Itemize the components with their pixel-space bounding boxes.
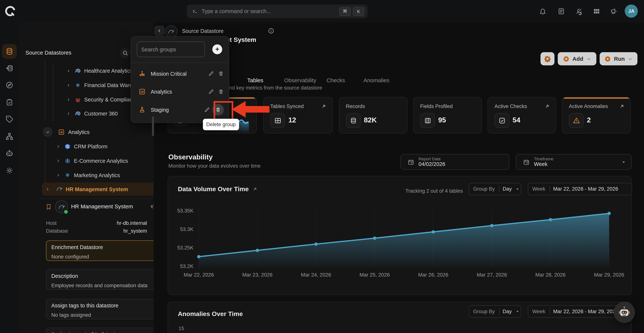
rail-settings-gear-icon[interactable] bbox=[2, 163, 17, 178]
enrichment-value: None configured bbox=[51, 254, 163, 260]
chevron-right-icon[interactable] bbox=[66, 83, 71, 87]
tree-item-label: CRM Platform bbox=[74, 143, 108, 149]
datastore-settings-button[interactable] bbox=[540, 52, 554, 65]
group-by-label: Group By bbox=[469, 308, 499, 314]
tree-scrollbar[interactable] bbox=[152, 116, 154, 136]
open-link-icon[interactable] bbox=[252, 186, 258, 192]
announcements-megaphone-icon[interactable] bbox=[610, 8, 618, 15]
flask-icon bbox=[138, 106, 146, 113]
svg-text:53.25K: 53.25K bbox=[177, 245, 194, 251]
chevron-down-icon[interactable] bbox=[43, 127, 53, 137]
tree-item[interactable]: Healthcare Analytics bbox=[66, 65, 132, 76]
add-button[interactable]: Add bbox=[558, 52, 596, 65]
search-groups-input[interactable] bbox=[137, 42, 205, 57]
tab-observability[interactable]: Observability bbox=[284, 77, 316, 83]
rail-ai-robot-icon[interactable] bbox=[2, 146, 17, 161]
app-logo-icon[interactable] bbox=[4, 5, 16, 17]
delete-trash-icon[interactable] bbox=[218, 89, 224, 95]
records-card[interactable]: Records 82K bbox=[339, 97, 407, 134]
teams-title: Assign teams to this datastore bbox=[51, 331, 163, 333]
chevron-right-icon[interactable] bbox=[66, 68, 71, 73]
active-anomalies-card[interactable]: Active Anomalies 2 bbox=[562, 97, 631, 134]
svg-text:53.2K: 53.2K bbox=[180, 263, 194, 269]
apps-grid-icon[interactable] bbox=[593, 8, 600, 15]
group-by-select[interactable]: Group By Day bbox=[468, 183, 521, 195]
tree-search-icon[interactable] bbox=[120, 48, 130, 58]
tables-synced-card[interactable]: Tables Synced 12 bbox=[263, 97, 333, 134]
rail-tags-icon[interactable] bbox=[2, 112, 17, 127]
theme-toggle-icon[interactable] bbox=[575, 8, 583, 15]
info-icon[interactable] bbox=[268, 28, 274, 34]
svg-text:Mar 23, 2026: Mar 23, 2026 bbox=[242, 272, 272, 278]
add-group-button[interactable]: + bbox=[212, 44, 222, 54]
tree-item[interactable]: CRM Platform bbox=[56, 141, 108, 152]
group-by-value: Day bbox=[500, 308, 515, 314]
chevron-right-icon[interactable] bbox=[66, 111, 71, 116]
group-by-select[interactable]: Group By Day bbox=[468, 305, 521, 318]
rail-checks-clipboard-icon[interactable] bbox=[2, 95, 17, 110]
edit-pencil-icon[interactable] bbox=[204, 107, 210, 113]
notifications-bell-icon[interactable] bbox=[539, 8, 547, 15]
tree-item-hr-management-system-selected[interactable]: HR Management System bbox=[42, 182, 169, 195]
group-name: Analytics bbox=[151, 89, 172, 95]
add-button-label: Add bbox=[572, 56, 583, 62]
tree-item[interactable]: Customer 360 bbox=[66, 108, 118, 119]
chevron-right-icon[interactable] bbox=[56, 144, 61, 149]
enrichment-datastore-card[interactable]: Enrichment Datastore + None configured bbox=[46, 240, 168, 261]
play-circle-icon bbox=[604, 55, 611, 62]
annotation-arrow-tail bbox=[245, 106, 270, 113]
open-link-icon[interactable] bbox=[619, 104, 625, 109]
rail-enrichment-datastores-icon[interactable] bbox=[2, 61, 17, 76]
top-bar: Type a command or search... ⌘ K JA bbox=[0, 0, 644, 23]
edit-pencil-icon[interactable] bbox=[208, 89, 214, 95]
active-checks-card[interactable]: Active Checks 54 bbox=[488, 97, 556, 134]
chevron-right-icon[interactable] bbox=[56, 173, 61, 177]
group-row-mission-critical[interactable]: Mission Critical bbox=[131, 65, 228, 83]
assign-tags-card[interactable]: Assign tags to this datastore + No tags … bbox=[46, 299, 168, 319]
week-range-select[interactable]: Week Mar 22, 2026 - Mar 29, 2026 bbox=[528, 183, 632, 195]
svg-text:Mar 25, 2026: Mar 25, 2026 bbox=[360, 272, 390, 278]
chevron-right-icon[interactable] bbox=[45, 187, 50, 191]
bigquery-icon bbox=[64, 143, 71, 150]
open-link-icon[interactable] bbox=[321, 104, 326, 109]
group-row-analytics[interactable]: Analytics bbox=[131, 83, 228, 101]
tab-checks[interactable]: Checks bbox=[326, 77, 345, 83]
records-icon bbox=[346, 113, 361, 128]
observability-title: Observability bbox=[168, 153, 213, 161]
chevron-right-icon[interactable] bbox=[66, 97, 71, 102]
command-search-bar[interactable]: Type a command or search... ⌘ K bbox=[187, 5, 368, 18]
tree-item[interactable]: E-Commerce Analytics bbox=[56, 155, 128, 167]
robot-icon bbox=[617, 305, 632, 320]
assign-teams-card[interactable]: Assign teams to this datastore + No team… bbox=[46, 327, 168, 333]
data-volume-chart-card: Data Volume Over Time Tracking 2 out of … bbox=[168, 176, 632, 295]
run-button-label: Run bbox=[614, 56, 625, 62]
tree-item[interactable]: Marketing Analytics bbox=[56, 169, 120, 181]
rail-source-datastores-icon[interactable] bbox=[2, 44, 17, 59]
chevron-right-icon[interactable] bbox=[56, 158, 61, 163]
timeframe-select[interactable]: Timeframe Week bbox=[516, 154, 632, 170]
edit-pencil-icon[interactable] bbox=[208, 71, 214, 76]
description-card: Description Employee records and compens… bbox=[46, 269, 168, 290]
report-date-field[interactable]: Report Date 04/02/2026 bbox=[400, 154, 509, 170]
metric-value: 82K bbox=[364, 116, 377, 124]
run-button[interactable]: Run bbox=[600, 52, 638, 65]
delete-trash-icon[interactable] bbox=[218, 71, 224, 76]
rail-explore-compass-icon[interactable] bbox=[2, 78, 17, 93]
report-date-value: 04/02/2026 bbox=[418, 161, 445, 167]
tree-group-analytics[interactable]: Analytics bbox=[43, 127, 90, 137]
docs-icon[interactable] bbox=[557, 8, 565, 15]
ai-assistant-button[interactable] bbox=[614, 302, 635, 323]
fields-profiled-card[interactable]: Fields Profiled 95 bbox=[413, 97, 482, 134]
user-avatar[interactable]: JA bbox=[625, 5, 638, 18]
description-title: Description bbox=[51, 273, 163, 279]
collapse-panel-button[interactable] bbox=[154, 26, 164, 36]
mysql-icon bbox=[56, 185, 63, 193]
week-label: Week bbox=[528, 308, 550, 314]
open-link-icon[interactable] bbox=[544, 104, 550, 109]
host-value: hr-db.internal bbox=[25, 220, 147, 226]
rail-teams-hierarchy-icon[interactable] bbox=[2, 129, 17, 144]
favorite-bookmark-icon[interactable] bbox=[45, 203, 52, 210]
tab-tables[interactable]: Tables bbox=[247, 77, 263, 83]
tree-item-label: Marketing Analytics bbox=[74, 172, 120, 178]
tab-anomalies[interactable]: Anomalies bbox=[364, 77, 390, 83]
